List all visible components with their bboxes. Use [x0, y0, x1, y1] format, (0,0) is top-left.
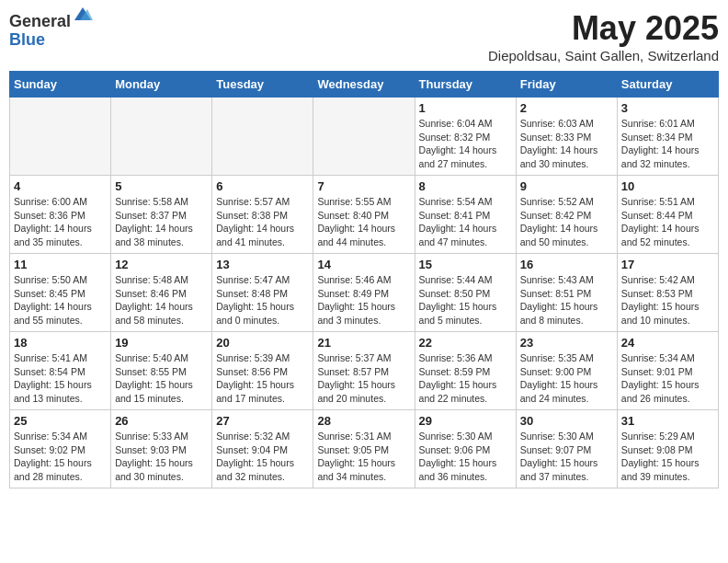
week-row-5: 25Sunrise: 5:34 AMSunset: 9:02 PMDayligh…	[10, 410, 719, 488]
day-number: 4	[14, 179, 107, 193]
day-number: 17	[621, 258, 714, 271]
col-tuesday: Tuesday	[212, 72, 313, 98]
day-info: Sunrise: 5:31 AMSunset: 9:05 PMDaylight:…	[317, 430, 410, 484]
col-saturday: Saturday	[617, 72, 718, 98]
day-info: Sunrise: 5:55 AMSunset: 8:40 PMDaylight:…	[317, 195, 410, 249]
day-number: 1	[419, 101, 512, 115]
day-info: Sunrise: 5:57 AMSunset: 8:38 PMDaylight:…	[216, 195, 309, 249]
calendar-cell: 20Sunrise: 5:39 AMSunset: 8:56 PMDayligh…	[212, 332, 313, 410]
day-number: 29	[419, 414, 512, 428]
header: General Blue May 2025 Diepoldsau, Saint …	[9, 9, 719, 63]
col-friday: Friday	[516, 72, 617, 98]
title-area: May 2025 Diepoldsau, Saint Gallen, Switz…	[488, 9, 719, 63]
calendar-cell	[212, 98, 313, 176]
day-info: Sunrise: 5:37 AMSunset: 8:57 PMDaylight:…	[317, 351, 410, 406]
calendar-cell: 16Sunrise: 5:43 AMSunset: 8:51 PMDayligh…	[516, 254, 617, 332]
day-info: Sunrise: 6:03 AMSunset: 8:33 PMDaylight:…	[520, 117, 613, 171]
day-number: 27	[216, 414, 309, 428]
logo: General Blue	[9, 13, 93, 50]
day-number: 18	[14, 336, 107, 350]
day-number: 21	[317, 336, 410, 350]
day-number: 8	[419, 179, 512, 193]
day-number: 5	[115, 179, 208, 193]
day-info: Sunrise: 5:48 AMSunset: 8:46 PMDaylight:…	[115, 273, 208, 327]
day-number: 7	[317, 179, 410, 193]
day-number: 24	[621, 336, 714, 350]
day-info: Sunrise: 5:50 AMSunset: 8:45 PMDaylight:…	[14, 273, 107, 327]
day-number: 2	[520, 101, 613, 115]
day-number: 31	[621, 414, 714, 428]
day-info: Sunrise: 5:35 AMSunset: 9:00 PMDaylight:…	[520, 351, 613, 406]
calendar-cell: 11Sunrise: 5:50 AMSunset: 8:45 PMDayligh…	[10, 254, 111, 332]
calendar-cell: 26Sunrise: 5:33 AMSunset: 9:03 PMDayligh…	[111, 410, 212, 488]
day-number: 12	[115, 258, 208, 271]
day-number: 28	[317, 414, 410, 428]
day-info: Sunrise: 5:46 AMSunset: 8:49 PMDaylight:…	[317, 273, 410, 327]
day-info: Sunrise: 5:32 AMSunset: 9:04 PMDaylight:…	[216, 430, 309, 484]
day-info: Sunrise: 5:58 AMSunset: 8:37 PMDaylight:…	[115, 195, 208, 249]
day-info: Sunrise: 5:30 AMSunset: 9:07 PMDaylight:…	[520, 430, 613, 484]
day-info: Sunrise: 5:44 AMSunset: 8:50 PMDaylight:…	[419, 273, 512, 327]
calendar-cell: 27Sunrise: 5:32 AMSunset: 9:04 PMDayligh…	[212, 410, 313, 488]
month-title: May 2025	[488, 9, 719, 48]
day-info: Sunrise: 6:00 AMSunset: 8:36 PMDaylight:…	[14, 195, 107, 249]
day-number: 6	[216, 179, 309, 193]
calendar-cell: 17Sunrise: 5:42 AMSunset: 8:53 PMDayligh…	[617, 254, 718, 332]
logo-icon	[73, 4, 93, 24]
day-number: 19	[115, 336, 208, 350]
day-info: Sunrise: 6:01 AMSunset: 8:34 PMDaylight:…	[621, 117, 714, 171]
col-sunday: Sunday	[10, 72, 111, 98]
day-info: Sunrise: 5:52 AMSunset: 8:42 PMDaylight:…	[520, 195, 613, 249]
week-row-2: 4Sunrise: 6:00 AMSunset: 8:36 PMDaylight…	[10, 176, 719, 254]
calendar-cell: 10Sunrise: 5:51 AMSunset: 8:44 PMDayligh…	[617, 176, 718, 254]
day-number: 9	[520, 179, 613, 193]
calendar-cell: 19Sunrise: 5:40 AMSunset: 8:55 PMDayligh…	[111, 332, 212, 410]
day-number: 22	[419, 336, 512, 350]
day-info: Sunrise: 5:29 AMSunset: 9:08 PMDaylight:…	[621, 430, 714, 484]
day-info: Sunrise: 5:47 AMSunset: 8:48 PMDaylight:…	[216, 273, 309, 327]
day-info: Sunrise: 6:04 AMSunset: 8:32 PMDaylight:…	[419, 117, 512, 171]
calendar-cell: 14Sunrise: 5:46 AMSunset: 8:49 PMDayligh…	[313, 254, 415, 332]
logo-blue: Blue	[9, 31, 93, 50]
calendar-cell: 8Sunrise: 5:54 AMSunset: 8:41 PMDaylight…	[415, 176, 516, 254]
calendar-cell: 25Sunrise: 5:34 AMSunset: 9:02 PMDayligh…	[10, 410, 111, 488]
calendar-cell: 9Sunrise: 5:52 AMSunset: 8:42 PMDaylight…	[516, 176, 617, 254]
calendar-cell: 5Sunrise: 5:58 AMSunset: 8:37 PMDaylight…	[111, 176, 212, 254]
calendar-cell: 1Sunrise: 6:04 AMSunset: 8:32 PMDaylight…	[415, 98, 516, 176]
calendar-cell: 7Sunrise: 5:55 AMSunset: 8:40 PMDaylight…	[313, 176, 415, 254]
day-info: Sunrise: 5:39 AMSunset: 8:56 PMDaylight:…	[216, 351, 309, 406]
subtitle: Diepoldsau, Saint Gallen, Switzerland	[488, 48, 719, 63]
day-info: Sunrise: 5:41 AMSunset: 8:54 PMDaylight:…	[14, 351, 107, 406]
day-number: 23	[520, 336, 613, 350]
calendar-cell: 31Sunrise: 5:29 AMSunset: 9:08 PMDayligh…	[617, 410, 718, 488]
calendar-cell: 28Sunrise: 5:31 AMSunset: 9:05 PMDayligh…	[313, 410, 415, 488]
day-info: Sunrise: 5:34 AMSunset: 9:02 PMDaylight:…	[14, 430, 107, 484]
day-number: 14	[317, 258, 410, 271]
col-wednesday: Wednesday	[313, 72, 415, 98]
day-number: 16	[520, 258, 613, 271]
calendar-cell	[313, 98, 415, 176]
calendar-cell: 15Sunrise: 5:44 AMSunset: 8:50 PMDayligh…	[415, 254, 516, 332]
calendar-cell: 24Sunrise: 5:34 AMSunset: 9:01 PMDayligh…	[617, 332, 718, 410]
calendar-cell: 6Sunrise: 5:57 AMSunset: 8:38 PMDaylight…	[212, 176, 313, 254]
col-thursday: Thursday	[415, 72, 516, 98]
calendar-cell	[111, 98, 212, 176]
calendar-cell: 23Sunrise: 5:35 AMSunset: 9:00 PMDayligh…	[516, 332, 617, 410]
calendar-cell: 18Sunrise: 5:41 AMSunset: 8:54 PMDayligh…	[10, 332, 111, 410]
day-info: Sunrise: 5:40 AMSunset: 8:55 PMDaylight:…	[115, 351, 208, 406]
day-info: Sunrise: 5:33 AMSunset: 9:03 PMDaylight:…	[115, 430, 208, 484]
calendar-header-row: Sunday Monday Tuesday Wednesday Thursday…	[10, 72, 719, 98]
day-info: Sunrise: 5:43 AMSunset: 8:51 PMDaylight:…	[520, 273, 613, 327]
day-number: 13	[216, 258, 309, 271]
calendar-cell: 21Sunrise: 5:37 AMSunset: 8:57 PMDayligh…	[313, 332, 415, 410]
day-number: 25	[14, 414, 107, 428]
calendar-cell: 12Sunrise: 5:48 AMSunset: 8:46 PMDayligh…	[111, 254, 212, 332]
calendar-cell: 30Sunrise: 5:30 AMSunset: 9:07 PMDayligh…	[516, 410, 617, 488]
col-monday: Monday	[111, 72, 212, 98]
calendar-cell: 29Sunrise: 5:30 AMSunset: 9:06 PMDayligh…	[415, 410, 516, 488]
calendar-cell: 3Sunrise: 6:01 AMSunset: 8:34 PMDaylight…	[617, 98, 718, 176]
calendar-cell	[10, 98, 111, 176]
day-info: Sunrise: 5:36 AMSunset: 8:59 PMDaylight:…	[419, 351, 512, 406]
calendar-cell: 2Sunrise: 6:03 AMSunset: 8:33 PMDaylight…	[516, 98, 617, 176]
day-info: Sunrise: 5:34 AMSunset: 9:01 PMDaylight:…	[621, 351, 714, 406]
